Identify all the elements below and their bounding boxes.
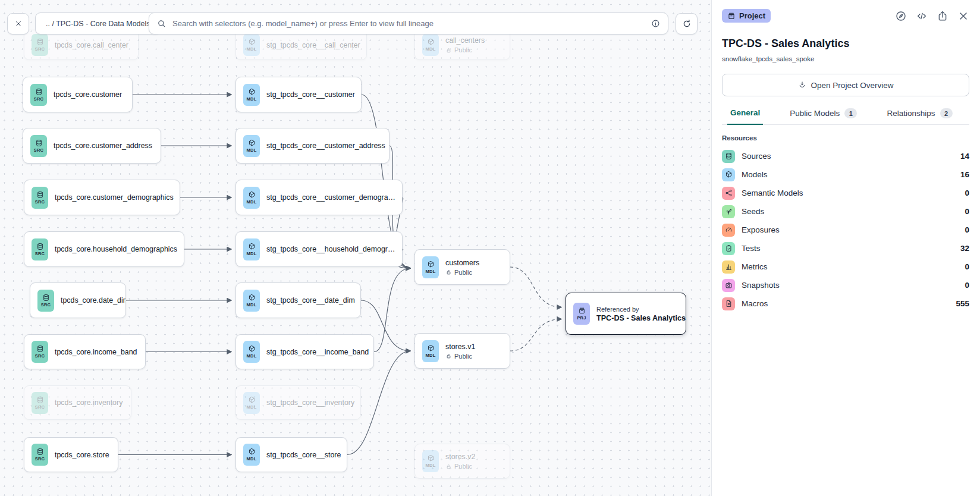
resources-heading: Resources: [722, 134, 969, 142]
lineage-node-mdl_inventory[interactable]: MDLstg_tpcds_core__inventory: [235, 385, 361, 420]
project-icon: [578, 307, 586, 315]
lineage-node-src_store[interactable]: SRCtpcds_core.store: [24, 437, 118, 472]
lineage-node-src_customer_address[interactable]: SRCtpcds_core.customer_address: [23, 128, 161, 164]
panel-header-actions: [895, 10, 969, 22]
refresh-lineage-button[interactable]: [676, 13, 698, 34]
close-lineage-button[interactable]: [7, 13, 29, 34]
tab-general[interactable]: General: [727, 108, 763, 125]
src-badge: SRC: [30, 135, 47, 157]
mdl-badge: MDL: [422, 340, 439, 362]
node-text: stg_tpcds_core__inventory: [266, 398, 353, 407]
resource-row-snapshots[interactable]: Snapshots0: [722, 276, 969, 294]
lineage-node-src_customer[interactable]: SRCtpcds_core.customer: [23, 77, 133, 112]
open-project-overview-button[interactable]: Open Project Overview: [722, 74, 969, 96]
edge-mdl_income_band-to-pub_customers: [374, 268, 410, 352]
info-icon[interactable]: [651, 19, 660, 28]
node-label: customers: [445, 259, 479, 267]
node-label: stg_tpcds_core__customer_demogra…: [266, 193, 395, 202]
resource-row-models[interactable]: Models16: [722, 165, 969, 184]
lineage-node-mdl_income_band[interactable]: MDLstg_tpcds_core__income_band: [235, 334, 374, 369]
node-label: TPC-DS - Sales Analytics: [596, 314, 679, 322]
project-type-badge: Project: [722, 9, 771, 23]
node-text: stores.v1Public: [445, 343, 475, 360]
database-icon: [36, 243, 44, 250]
node-visibility: Public: [445, 46, 485, 54]
project-subtitle: snowflake_tpcds_sales_spoke: [722, 55, 969, 62]
code-button[interactable]: [916, 10, 928, 22]
lineage-node-prj_sales_analytics[interactable]: PRJReferenced byTPC-DS - Sales Analytics: [566, 293, 686, 335]
tab-public-models[interactable]: Public Models1: [787, 108, 860, 125]
resource-label: Sources: [742, 152, 954, 161]
lineage-canvas[interactable]: SRCtpcds_core.call_centerSRCtpcds_core.c…: [0, 0, 711, 496]
mdl-badge: MDL: [243, 187, 260, 209]
node-label: tpcds_core.household_demographics: [55, 245, 177, 253]
breadcrumb[interactable]: .. / TPC-DS - Core Data Models: [35, 12, 161, 34]
resource-row-sources[interactable]: Sources14: [722, 147, 969, 165]
project-details-panel: Project TPC-DS - Sales Analytics snowfla…: [711, 0, 980, 496]
resource-row-seeds[interactable]: Seeds0: [722, 202, 969, 221]
close-button[interactable]: [957, 10, 969, 22]
lineage-node-pub_stores_v1[interactable]: MDLstores.v1Public: [414, 333, 510, 369]
src-badge: SRC: [32, 238, 48, 260]
resource-row-tests[interactable]: Tests32: [722, 239, 969, 258]
lineage-node-src_inventory[interactable]: SRCtpcds_core.inventory: [24, 385, 131, 420]
node-text: stores.v2Public: [445, 453, 475, 470]
resource-label: Tests: [742, 244, 954, 253]
lineage-node-mdl_customer[interactable]: MDLstg_tpcds_core__customer: [235, 77, 362, 112]
node-text: tpcds_core.customer: [54, 90, 122, 99]
tab-label: Public Models: [790, 109, 840, 118]
resource-row-metrics[interactable]: Metrics0: [722, 258, 969, 276]
close-icon: [14, 20, 23, 28]
search-input[interactable]: [171, 18, 646, 29]
lineage-node-pub_customers[interactable]: MDLcustomersPublic: [414, 249, 510, 285]
lineage-node-src_household_demographics[interactable]: SRCtpcds_core.household_demographics: [24, 231, 184, 267]
resource-row-semantic-models[interactable]: Semantic Models0: [722, 184, 969, 202]
node-visibility: Public: [445, 353, 475, 360]
lineage-node-mdl_date_dim[interactable]: MDLstg_tpcds_core__date_dim: [235, 282, 361, 318]
lineage-node-src_income_band[interactable]: SRCtpcds_core.income_band: [24, 334, 146, 369]
compass-button[interactable]: [895, 10, 907, 22]
node-label: stg_tpcds_core__customer: [266, 90, 354, 99]
resource-label: Macros: [742, 299, 949, 308]
tab-label: Relationships: [887, 109, 935, 118]
lineage-node-src_customer_demographics[interactable]: SRCtpcds_core.customer_demographics: [24, 180, 180, 215]
mdl-badge: MDL: [243, 135, 260, 157]
resource-label: Seeds: [742, 207, 958, 216]
src-badge: SRC: [32, 34, 48, 56]
database-icon: [42, 294, 50, 302]
lineage-node-src_date_dim[interactable]: SRCtpcds_core.date_dim: [30, 282, 126, 318]
export-icon: [937, 10, 948, 22]
lineage-node-mdl_household_demographics[interactable]: MDLstg_tpcds_core__household_demogr…: [235, 231, 403, 267]
node-label: tpcds_core.inventory: [55, 398, 122, 407]
database-icon: [36, 345, 44, 353]
node-text: stg_tpcds_core__customer: [266, 90, 354, 99]
database-icon: [35, 139, 43, 147]
lineage-node-mdl_customer_demographics[interactable]: MDLstg_tpcds_core__customer_demogra…: [235, 180, 403, 215]
resources-list: Sources14Models16Semantic Models0Seeds0E…: [722, 147, 969, 313]
lineage-node-pub_stores_v2[interactable]: MDLstores.v2Public: [414, 444, 510, 479]
node-label: tpcds_core.store: [55, 451, 109, 459]
mdl-badge: MDL: [243, 290, 260, 312]
mdl-badge: MDL: [422, 34, 439, 56]
gauge-icon: [722, 224, 735, 237]
dbt-explorer-lineage-view: SRCtpcds_core.call_centerSRCtpcds_core.c…: [0, 0, 980, 496]
cube-icon: [248, 191, 256, 199]
resource-row-macros[interactable]: Macros555: [722, 294, 969, 313]
node-text: tpcds_core.income_band: [55, 348, 137, 356]
database-icon: [35, 88, 43, 96]
lineage-search-bar: [149, 12, 668, 34]
resource-row-exposures[interactable]: Exposures0: [722, 221, 969, 239]
mdl-badge: MDL: [422, 450, 439, 472]
database-icon: [722, 150, 735, 163]
lineage-node-mdl_customer_address[interactable]: MDLstg_tpcds_core__customer_address: [235, 128, 390, 164]
project-title: TPC-DS - Sales Analytics: [722, 37, 969, 50]
lineage-node-mdl_store[interactable]: MDLstg_tpcds_core__store: [235, 437, 347, 472]
export-button[interactable]: [937, 10, 948, 22]
tab-relationships[interactable]: Relationships2: [884, 108, 955, 125]
database-icon: [36, 191, 44, 199]
cube-icon: [248, 345, 256, 353]
cube-icon: [427, 454, 435, 462]
node-text: stg_tpcds_core__income_band: [266, 348, 366, 356]
node-text: stg_tpcds_core__household_demogr…: [266, 245, 395, 253]
clipboard-check-icon: [722, 242, 735, 255]
